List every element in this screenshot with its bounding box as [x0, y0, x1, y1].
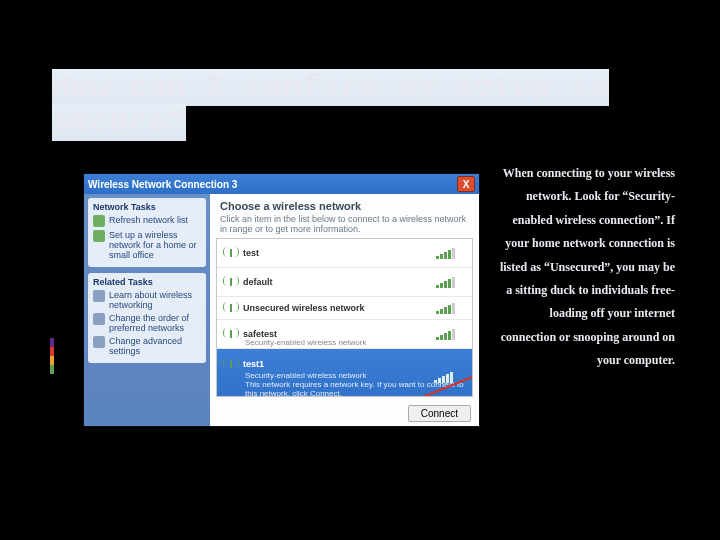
network-list: test default Unsecured wireless network …: [216, 238, 473, 397]
info-icon: [93, 290, 105, 302]
dialog-titlebar: Wireless Network Connection 3 X: [84, 174, 479, 194]
order-icon: [93, 313, 105, 325]
connect-button[interactable]: Connect: [408, 405, 471, 422]
signal-icon: [436, 328, 466, 340]
wifi-icon: [223, 357, 239, 371]
slide-title: How can I confirm my setup is secure?: [52, 70, 609, 140]
network-row[interactable]: Unsecured wireless network: [217, 297, 472, 320]
network-row[interactable]: test: [217, 239, 472, 268]
sidebar-item[interactable]: Set up a wireless network for a home or …: [93, 230, 201, 260]
sidebar-heading: Network Tasks: [93, 202, 201, 212]
screenshot-wireless-dialog: Wireless Network Connection 3 X Network …: [84, 174, 479, 426]
wifi-icon: [223, 246, 239, 260]
sidebar-item[interactable]: Change the order of preferred networks: [93, 313, 201, 333]
network-row[interactable]: safetestSecurity-enabled wireless networ…: [217, 320, 472, 349]
setup-icon: [93, 230, 105, 242]
dialog-sidebar: Network Tasks Refresh network list Set u…: [84, 194, 210, 426]
close-icon[interactable]: X: [457, 176, 475, 192]
wifi-icon: [223, 275, 239, 289]
signal-icon: [436, 302, 466, 314]
network-secure-label: Security-enabled wireless network: [223, 371, 366, 380]
sidebar-item[interactable]: Refresh network list: [93, 215, 201, 227]
dialog-main: Choose a wireless network Click an item …: [210, 194, 479, 426]
accent-stripe: [50, 338, 54, 374]
slide-body-text: When connecting to your wireless network…: [495, 162, 675, 373]
settings-icon: [93, 336, 105, 348]
dialog-footer: Connect: [210, 401, 479, 426]
refresh-icon: [93, 215, 105, 227]
sidebar-item[interactable]: Change advanced settings: [93, 336, 201, 356]
dialog-heading: Choose a wireless network: [210, 194, 479, 214]
dialog-subtext: Click an item in the list below to conne…: [210, 214, 479, 238]
network-row[interactable]: default: [217, 268, 472, 297]
sidebar-item[interactable]: Learn about wireless networking: [93, 290, 201, 310]
signal-icon: [436, 247, 466, 259]
signal-icon: [436, 276, 466, 288]
wifi-icon: [223, 301, 239, 315]
network-row-selected[interactable]: test1 Security-enabled wireless network …: [217, 349, 472, 397]
sidebar-heading: Related Tasks: [93, 277, 201, 287]
dialog-title: Wireless Network Connection 3: [88, 179, 457, 190]
